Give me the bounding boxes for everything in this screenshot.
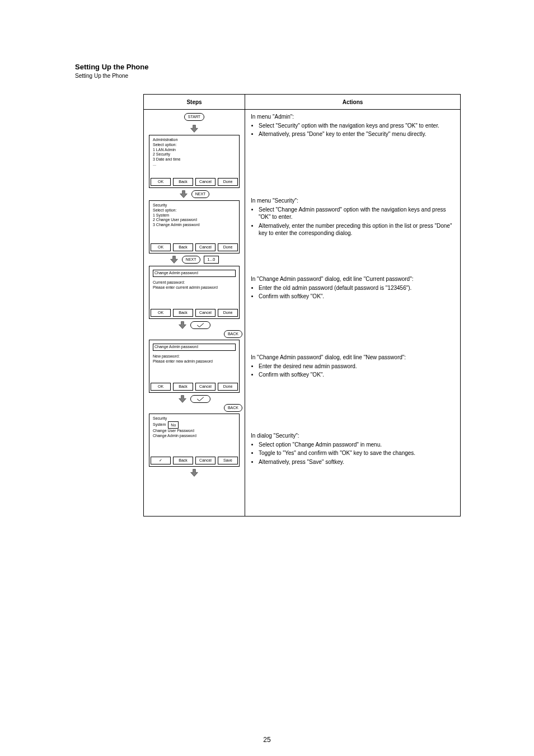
- ok-check-icon: [190, 395, 210, 403]
- softkey: Cancel: [195, 383, 216, 391]
- arrow-down-icon: [179, 190, 188, 199]
- svg-marker-3: [179, 322, 186, 329]
- softkey: Back: [173, 383, 193, 391]
- page-number: 25: [263, 736, 270, 744]
- arrow-down-icon: [190, 124, 199, 133]
- svg-marker-0: [191, 125, 198, 133]
- softkey: ✓: [151, 457, 171, 464]
- arrow-down-icon: [170, 255, 179, 264]
- softkey: Cancel: [195, 309, 216, 317]
- page-title: Setting Up the Phone: [75, 63, 148, 71]
- page-subtitle: Setting Up the Phone: [75, 73, 128, 79]
- phone-screen: SecuritySystemNoChange User PasswordChan…: [149, 414, 240, 467]
- softkey: Back: [173, 243, 193, 251]
- softkey: Cancel: [195, 457, 216, 464]
- screen-title-bar: Change Admin password: [153, 344, 236, 351]
- softkey: OK: [151, 309, 171, 317]
- softkey: Back: [173, 178, 193, 186]
- svg-marker-2: [170, 256, 177, 264]
- key-pill: NEXT: [191, 190, 210, 198]
- phone-screen: SecuritySelect option:1 System2 Change U…: [149, 200, 240, 253]
- header-actions: Actions: [245, 95, 460, 109]
- softkey: Back: [173, 457, 193, 464]
- phone-screen: AdministrationSelect option:1 LAN Admin2…: [149, 135, 240, 188]
- arrow-down-icon: [178, 395, 187, 403]
- instruction-block: In dialog "Security":Select option "Chan…: [251, 432, 455, 510]
- phone-screen: Change Admin passwordNew password:Please…: [149, 340, 240, 393]
- ok-check-icon: [190, 321, 210, 329]
- softkey: Done: [218, 178, 238, 186]
- softkey: OK: [151, 243, 171, 251]
- softkey: Done: [218, 383, 238, 391]
- key-pill: BACK: [224, 330, 242, 338]
- start-pill: START: [184, 113, 204, 121]
- arrow-down-icon: [190, 468, 199, 477]
- arrow-down-icon: [178, 321, 187, 330]
- key-pill: BACK: [224, 404, 242, 412]
- instruction-table: Steps Actions STARTAdministrationSelect …: [143, 94, 461, 516]
- softkey: Cancel: [195, 243, 216, 251]
- softkey: Cancel: [195, 178, 216, 186]
- softkey: OK: [151, 383, 171, 391]
- header-steps: Steps: [144, 95, 245, 109]
- softkey: Save: [218, 457, 238, 464]
- toggle-value: No: [168, 421, 179, 429]
- svg-marker-5: [191, 469, 198, 477]
- phone-screen: Change Admin passwordCurrent password:Pl…: [149, 266, 240, 319]
- svg-marker-4: [179, 396, 186, 403]
- numeric-keys: 1...0: [204, 256, 219, 264]
- instruction-block: In "Change Admin password" dialog, edit …: [251, 354, 455, 432]
- softkey: Back: [173, 309, 193, 317]
- instruction-block: In "Change Admin password" dialog, edit …: [251, 275, 455, 354]
- softkey: OK: [151, 178, 171, 186]
- softkey: Done: [218, 243, 238, 251]
- instruction-block: In menu "Admin":Select "Security" option…: [251, 113, 455, 197]
- screen-title-bar: Change Admin password: [153, 270, 236, 277]
- softkey: Done: [218, 309, 238, 317]
- svg-marker-1: [180, 191, 187, 198]
- instruction-block: In menu "Security":Select "Change Admin …: [251, 197, 455, 275]
- key-pill: NEXT: [182, 256, 200, 264]
